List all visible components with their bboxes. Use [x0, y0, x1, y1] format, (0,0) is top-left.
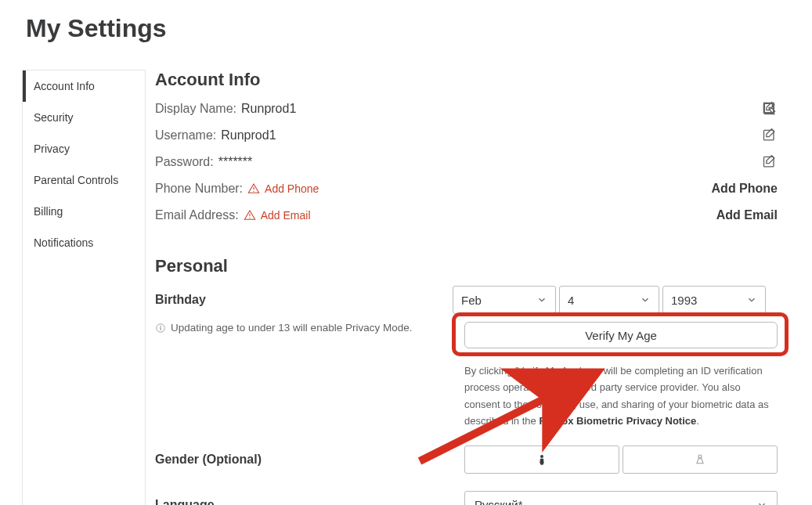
svg-point-4: [253, 191, 254, 192]
sidebar-item-label: Privacy: [34, 142, 70, 155]
gender-female-button[interactable]: [623, 445, 778, 474]
sidebar-item-security[interactable]: Security: [23, 102, 145, 133]
chevron-down-icon: [536, 294, 547, 305]
add-email-link[interactable]: Add Email: [261, 209, 311, 222]
verify-consent-text: By clicking 'Verify My Age' you will be …: [464, 363, 778, 430]
phone-label: Phone Number:: [155, 182, 243, 196]
birthday-day-value: 4: [568, 294, 574, 307]
sidebar-item-label: Security: [34, 111, 74, 124]
username-label: Username:: [155, 128, 216, 142]
display-name-label: Display Name:: [155, 102, 236, 116]
sidebar-item-parental-controls[interactable]: Parental Controls: [23, 164, 145, 196]
settings-sidebar: Account Info Security Privacy Parental C…: [22, 70, 146, 505]
sidebar-item-label: Billing: [34, 205, 63, 218]
birthday-year-value: 1993: [671, 294, 697, 307]
svg-point-10: [540, 455, 543, 458]
email-label: Email Address:: [155, 208, 239, 222]
sidebar-item-notifications[interactable]: Notifications: [23, 227, 145, 258]
female-icon: [694, 452, 706, 467]
phone-row: Phone Number: Add Phone Add Phone: [155, 179, 778, 198]
edit-password-icon[interactable]: [762, 154, 778, 170]
info-icon: [155, 323, 166, 334]
chevron-down-icon: [756, 500, 767, 505]
language-select[interactable]: Русский*: [464, 491, 778, 505]
username-row: Username: Runprod1: [155, 126, 778, 145]
sidebar-item-label: Notifications: [34, 236, 93, 249]
svg-point-6: [249, 218, 250, 218]
add-phone-action[interactable]: Add Phone: [712, 182, 778, 196]
biometric-privacy-link[interactable]: Roblox Biometric Privacy Notice: [539, 415, 696, 427]
gender-label: Gender (Optional): [155, 453, 262, 466]
verify-age-label: Verify My Age: [585, 329, 657, 342]
display-name-value: Runprod1: [241, 102, 296, 116]
account-info-heading: Account Info: [155, 70, 778, 90]
email-row: Email Address: Add Email Add Email: [155, 206, 778, 225]
chevron-down-icon: [746, 294, 757, 305]
birthday-month-select[interactable]: Feb: [453, 286, 556, 314]
add-email-action[interactable]: Add Email: [716, 208, 778, 222]
password-row: Password: *******: [155, 153, 778, 171]
age-note: Updating age to under 13 will enable Pri…: [171, 322, 412, 334]
username-value: Runprod1: [221, 128, 276, 142]
password-label: Password:: [155, 155, 214, 169]
language-value: Русский*: [475, 498, 523, 505]
edit-username-icon[interactable]: [762, 128, 778, 143]
alert-triangle-icon: [244, 209, 256, 222]
birthday-year-select[interactable]: 1993: [662, 286, 766, 314]
birthday-day-select[interactable]: 4: [559, 286, 659, 314]
gender-male-button[interactable]: [464, 445, 619, 474]
add-phone-link[interactable]: Add Phone: [265, 182, 319, 195]
birthday-month-value: Feb: [461, 294, 482, 307]
main-content: Account Info Display Name: Runprod1 User…: [146, 70, 812, 505]
password-value: *******: [218, 155, 253, 169]
display-name-row: Display Name: Runprod1: [155, 99, 778, 118]
sidebar-item-account-info[interactable]: Account Info: [23, 70, 145, 102]
sidebar-item-label: Account Info: [34, 80, 95, 92]
sidebar-item-privacy[interactable]: Privacy: [23, 133, 145, 164]
svg-point-8: [161, 326, 161, 326]
sidebar-item-billing[interactable]: Billing: [23, 196, 145, 227]
svg-point-11: [698, 455, 702, 458]
male-icon: [536, 452, 548, 467]
edit-display-name-icon[interactable]: [762, 101, 778, 117]
verify-age-button[interactable]: Verify My Age: [464, 322, 778, 348]
page-title: My Settings: [0, 0, 812, 43]
consent-post: .: [696, 415, 699, 427]
sidebar-item-label: Parental Controls: [34, 174, 118, 186]
birthday-label: Birthday: [155, 293, 206, 306]
language-label: Language: [155, 498, 215, 505]
personal-heading: Personal: [155, 256, 778, 276]
chevron-down-icon: [640, 294, 651, 305]
alert-triangle-icon: [247, 182, 260, 195]
